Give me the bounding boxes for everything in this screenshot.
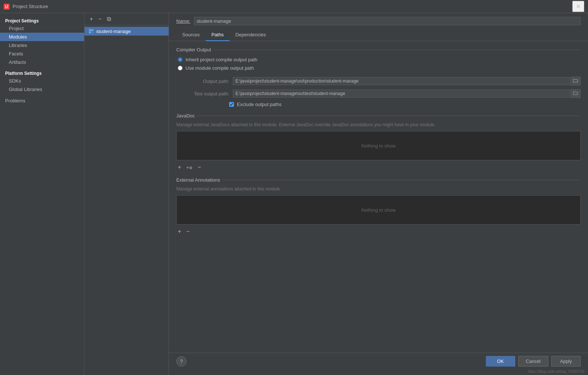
javadoc-toolbar: + +⚙ − <box>176 163 581 171</box>
svg-rect-3 <box>89 29 91 31</box>
test-output-path-row: Test output path: <box>176 89 581 98</box>
test-output-path-input[interactable] <box>233 90 570 98</box>
tab-paths[interactable]: Paths <box>206 29 230 41</box>
javadoc-section: JavaDoc Manage external JavaDocs attache… <box>176 113 581 171</box>
watermark: https://blog.csdn.net/qq_37855749 <box>169 369 588 375</box>
bottom-help: ? <box>176 356 483 367</box>
output-path-row: Output path: <box>176 77 581 85</box>
tabs-row: Sources Paths Dependencies <box>169 29 588 41</box>
external-annotations-section: External Annotations Manage external ann… <box>176 177 581 236</box>
javadoc-empty-table: Nothing to show <box>176 131 581 160</box>
module-list-item[interactable]: student-manage <box>84 27 169 36</box>
module-icon <box>88 28 94 34</box>
exclude-output-paths-checkbox[interactable] <box>229 102 234 107</box>
platform-settings-section: Platform Settings SDKs Global Libraries <box>0 69 84 94</box>
module-name-input[interactable] <box>194 17 581 25</box>
sidebar-item-libraries[interactable]: Libraries <box>0 41 84 50</box>
test-output-path-browse-button[interactable] <box>570 89 581 98</box>
section-divider <box>213 50 581 50</box>
title-bar: IJ Project Structure ✕ <box>0 0 588 13</box>
output-path-input[interactable] <box>233 77 570 85</box>
use-module-radio[interactable] <box>178 66 183 70</box>
external-annotations-title: External Annotations <box>176 177 581 183</box>
sidebar-item-sdks[interactable]: SDKs <box>0 77 84 85</box>
sidebar-item-modules[interactable]: Modules <box>0 33 84 41</box>
compiler-output-radios: Inherit project compile output path Use … <box>176 57 581 71</box>
main-container: Project Settings Project Modules Librari… <box>0 13 588 375</box>
svg-text:IJ: IJ <box>5 5 8 9</box>
javadoc-title: JavaDoc <box>176 113 581 119</box>
cancel-button[interactable]: Cancel <box>518 356 548 367</box>
ext-annotations-add-button[interactable]: + <box>176 227 183 236</box>
javadoc-divider <box>197 116 581 116</box>
javadoc-remove-button[interactable]: − <box>196 163 202 171</box>
sidebar-item-project[interactable]: Project <box>0 24 84 33</box>
app-icon: IJ <box>4 4 10 10</box>
javadoc-add-spec-button[interactable]: +⚙ <box>185 163 194 171</box>
module-toolbar: + − ⧉ <box>84 13 169 25</box>
sidebar-nav: Project Settings Project Modules Librari… <box>0 13 84 109</box>
module-list: student-manage <box>84 25 169 37</box>
apply-button[interactable]: Apply <box>551 356 581 367</box>
content-panel: Compiler Output Inherit project compile … <box>169 41 588 353</box>
ext-annotations-toolbar: + − <box>176 227 581 236</box>
close-button[interactable]: ✕ <box>572 1 584 12</box>
ext-annotations-empty-table: Nothing to show <box>176 195 581 225</box>
inherit-radio[interactable] <box>178 57 183 62</box>
javadoc-add-button[interactable]: + <box>176 163 183 171</box>
svg-rect-4 <box>91 29 93 31</box>
bottom-bar: ? OK Cancel Apply <box>169 353 588 369</box>
exclude-output-paths-row: Exclude output paths <box>176 102 581 107</box>
use-module-radio-label[interactable]: Use module compile output path <box>178 65 581 71</box>
name-label: Name: <box>176 18 190 24</box>
modules-list-panel: + − ⧉ student-manage <box>84 13 169 375</box>
sidebar-item-problems[interactable]: Problems <box>0 97 84 105</box>
compiler-output-section-title: Compiler Output <box>176 47 581 52</box>
tab-sources[interactable]: Sources <box>176 29 206 41</box>
sidebar-item-global-libraries[interactable]: Global Libraries <box>0 85 84 94</box>
output-path-label: Output path: <box>178 79 229 84</box>
javadoc-description: Manage external JavaDocs attached to thi… <box>176 121 581 128</box>
copy-module-button[interactable]: ⧉ <box>105 15 112 23</box>
window-title: Project Structure <box>12 4 572 9</box>
help-button[interactable]: ? <box>176 356 187 367</box>
output-path-browse-button[interactable] <box>570 77 581 85</box>
problems-section: Problems <box>0 97 84 105</box>
module-name: student-manage <box>96 29 131 34</box>
ext-annotations-divider <box>222 180 581 180</box>
project-settings-title: Project Settings <box>0 17 84 24</box>
ext-annotations-remove-button[interactable]: − <box>185 227 191 236</box>
nav-sidebar: Project Settings Project Modules Librari… <box>0 13 84 375</box>
content-area: Name: Sources Paths Dependencies Compile… <box>169 13 588 375</box>
tab-dependencies[interactable]: Dependencies <box>230 29 272 41</box>
ext-annotations-description: Manage external annotations attached to … <box>176 186 581 192</box>
remove-module-button[interactable]: − <box>97 15 103 23</box>
exclude-output-paths-label[interactable]: Exclude output paths <box>237 102 281 107</box>
sidebar-item-artifacts[interactable]: Artifacts <box>0 58 84 66</box>
sidebar-item-facets[interactable]: Facets <box>0 50 84 58</box>
svg-rect-5 <box>89 32 91 33</box>
inherit-radio-label[interactable]: Inherit project compile output path <box>178 57 581 62</box>
platform-settings-title: Platform Settings <box>0 69 84 77</box>
add-module-button[interactable]: + <box>88 15 94 23</box>
test-output-path-label: Test output path: <box>178 91 229 97</box>
name-row: Name: <box>169 13 588 29</box>
ok-button[interactable]: OK <box>486 356 515 367</box>
